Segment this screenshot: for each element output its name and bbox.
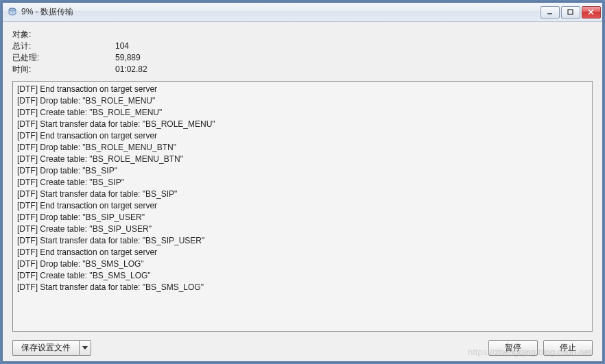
log-line: [DTF] Drop table: "BS_ROLE_MENU" — [17, 95, 588, 107]
minimize-button[interactable] — [541, 6, 560, 19]
log-line: [DTF] End transaction on target server — [17, 200, 588, 212]
log-line: [DTF] End transaction on target server — [17, 130, 588, 142]
log-line: [DTF] Create table: "BS_SIP_USER" — [17, 223, 588, 235]
save-settings-split-button: 保存设置文件 — [12, 340, 91, 356]
log-line: [DTF] Create table: "BS_SIP" — [17, 177, 588, 189]
log-output[interactable]: [DTF] End transaction on target server[D… — [12, 81, 593, 332]
log-line: [DTF] Drop table: "BS_SMS_LOG" — [17, 258, 588, 270]
stats-label: 总计: — [12, 40, 115, 52]
log-line: [DTF] Start transfer data for table: "BS… — [17, 119, 588, 130]
log-line: [DTF] Create table: "BS_ROLE_MENU" — [17, 107, 588, 119]
maximize-icon — [567, 9, 574, 16]
log-line: [DTF] Drop table: "BS_SIP" — [17, 165, 588, 177]
content-area: 对象: 总计: 104 已处理: 59,889 时间: 01:02.82 [DT… — [3, 22, 602, 361]
dialog-window: 9% - 数据传输 对象: 总计: 104 已处理: — [2, 2, 603, 362]
save-settings-button[interactable]: 保存设置文件 — [12, 340, 79, 356]
stats-value: 01:02.82 — [115, 64, 147, 75]
log-line: [DTF] Create table: "BS_SMS_LOG" — [17, 270, 588, 282]
title-bar[interactable]: 9% - 数据传输 — [3, 3, 602, 22]
log-line: [DTF] Create table: "BS_ROLE_MENU_BTN" — [17, 154, 588, 165]
minimize-icon — [547, 9, 554, 16]
svg-marker-6 — [82, 346, 88, 350]
action-buttons: 暂停 停止 — [488, 340, 593, 356]
svg-rect-3 — [568, 10, 573, 14]
pause-button[interactable]: 暂停 — [488, 340, 538, 356]
save-settings-dropdown[interactable] — [79, 340, 91, 356]
stats-row-time: 时间: 01:02.82 — [12, 64, 593, 75]
log-line: [DTF] End transaction on target server — [17, 84, 588, 95]
stats-panel: 对象: 总计: 104 已处理: 59,889 时间: 01:02.82 — [12, 29, 593, 75]
stop-button[interactable]: 停止 — [543, 340, 593, 356]
chevron-down-icon — [82, 346, 88, 350]
log-line: [DTF] Drop table: "BS_SIP_USER" — [17, 212, 588, 223]
stats-label: 时间: — [12, 64, 115, 75]
log-line: [DTF] Drop table: "BS_ROLE_MENU_BTN" — [17, 142, 588, 154]
log-line: [DTF] Start transfer data for table: "BS… — [17, 282, 588, 293]
stats-row-processed: 已处理: 59,889 — [12, 52, 593, 64]
window-title: 9% - 数据传输 — [21, 6, 541, 18]
stats-label: 对象: — [12, 29, 115, 40]
stats-label: 已处理: — [12, 52, 115, 64]
stats-value: 104 — [115, 40, 129, 52]
database-icon — [7, 7, 18, 18]
log-line: [DTF] End transaction on target server — [17, 247, 588, 258]
window-controls — [541, 6, 601, 19]
close-button[interactable] — [582, 6, 601, 19]
stats-value: 59,889 — [115, 52, 141, 64]
log-line: [DTF] Start transfer data for table: "BS… — [17, 235, 588, 247]
log-line: [DTF] Start transfer data for table: "BS… — [17, 189, 588, 200]
close-icon — [588, 9, 595, 16]
button-bar: 保存设置文件 暂停 停止 — [12, 332, 593, 356]
stats-row-total: 总计: 104 — [12, 40, 593, 52]
stats-row-object: 对象: — [12, 29, 593, 40]
maximize-button[interactable] — [561, 6, 580, 19]
